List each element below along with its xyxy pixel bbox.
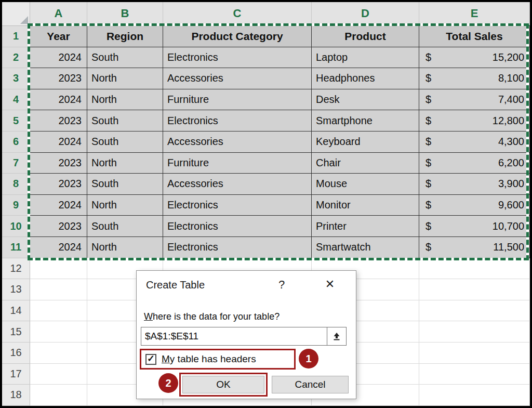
cell-c7[interactable]: Furniture <box>163 153 312 174</box>
cell-b2[interactable]: South <box>87 47 163 69</box>
cell-c4[interactable]: Furniture <box>163 89 312 111</box>
cell-d10[interactable]: Printer <box>312 216 419 237</box>
cell-d5[interactable]: Smartphone <box>312 110 419 131</box>
cell-d9[interactable]: Monitor <box>312 195 419 216</box>
cell-b3[interactable]: North <box>87 68 163 89</box>
cell-c9[interactable]: Electronics <box>163 195 312 216</box>
row-header-2[interactable]: 2 <box>2 47 30 69</box>
cell-b1[interactable]: Region <box>87 26 163 47</box>
cell-b11[interactable]: North <box>87 237 163 258</box>
column-header-d[interactable]: D <box>312 2 419 26</box>
cell-c2[interactable]: Electronics <box>163 47 312 69</box>
cell-a13[interactable] <box>30 279 87 300</box>
cell-e1[interactable]: Total Sales <box>419 26 530 47</box>
cell-a9[interactable]: 2024 <box>30 195 87 216</box>
cell-c10[interactable]: Electronics <box>163 216 312 237</box>
range-picker-button[interactable] <box>327 327 347 346</box>
column-header-b[interactable]: B <box>87 2 163 26</box>
cell-a1[interactable]: Year <box>30 26 87 47</box>
cell-e10[interactable]: $10,700 <box>419 216 530 237</box>
cell-d6[interactable]: Keyboard <box>312 131 419 153</box>
cell-a4[interactable]: 2024 <box>30 89 87 111</box>
row-header-13[interactable]: 13 <box>2 279 30 300</box>
help-icon[interactable]: ? <box>274 277 289 293</box>
cell-e18[interactable] <box>419 385 530 406</box>
cell-a14[interactable] <box>30 300 87 322</box>
cell-e16[interactable] <box>419 343 530 364</box>
cell-e14[interactable] <box>419 300 530 322</box>
cell-c8[interactable]: Accessories <box>163 174 312 195</box>
cell-e6[interactable]: $4,300 <box>419 131 530 153</box>
cell-e2[interactable]: $15,200 <box>419 47 530 69</box>
column-header-a[interactable]: A <box>30 2 87 26</box>
row-header-8[interactable]: 8 <box>2 174 30 195</box>
cell-c1[interactable]: Product Category <box>163 26 312 47</box>
cell-e12[interactable] <box>419 258 530 280</box>
cell-e7[interactable]: $6,200 <box>419 153 530 174</box>
cancel-button[interactable]: Cancel <box>272 376 349 393</box>
cell-a3[interactable]: 2023 <box>30 68 87 89</box>
cell-d3[interactable]: Headphones <box>312 68 419 89</box>
cell-c6[interactable]: Accessories <box>163 131 312 153</box>
cell-b7[interactable]: North <box>87 153 163 174</box>
cell-a2[interactable]: 2024 <box>30 47 87 69</box>
cell-a10[interactable]: 2023 <box>30 216 87 237</box>
cell-a15[interactable] <box>30 321 87 343</box>
row-header-1[interactable]: 1 <box>2 26 30 47</box>
cell-c3[interactable]: Accessories <box>163 68 312 89</box>
cell-b6[interactable]: South <box>87 131 163 153</box>
row-header-7[interactable]: 7 <box>2 153 30 174</box>
cell-b5[interactable]: South <box>87 110 163 131</box>
cell-b9[interactable]: North <box>87 195 163 216</box>
cell-b8[interactable]: South <box>87 174 163 195</box>
row-header-12[interactable]: 12 <box>2 258 30 280</box>
cell-a18[interactable] <box>30 385 87 406</box>
row-header-6[interactable]: 6 <box>2 131 30 153</box>
cell-a12[interactable] <box>30 258 87 280</box>
row-header-10[interactable]: 10 <box>2 216 30 237</box>
cell-a7[interactable]: 2023 <box>30 153 87 174</box>
cell-e8[interactable]: $3,900 <box>419 174 530 195</box>
cell-a5[interactable]: 2023 <box>30 110 87 131</box>
headers-checkbox[interactable]: ✓ <box>145 354 156 365</box>
range-input[interactable] <box>141 327 327 346</box>
cell-d7[interactable]: Chair <box>312 153 419 174</box>
cell-d11[interactable]: Smartwatch <box>312 237 419 258</box>
select-all-corner[interactable] <box>2 2 30 26</box>
cell-e11[interactable]: $11,500 <box>419 237 530 258</box>
row-header-17[interactable]: 17 <box>2 364 30 385</box>
cell-e4[interactable]: $7,400 <box>419 89 530 111</box>
cell-b10[interactable]: South <box>87 216 163 237</box>
cell-b4[interactable]: North <box>87 89 163 111</box>
cell-e17[interactable] <box>419 364 530 385</box>
cell-c11[interactable]: Electronics <box>163 237 312 258</box>
row-header-5[interactable]: 5 <box>2 110 30 131</box>
column-header-e[interactable]: E <box>419 2 530 26</box>
cell-e9[interactable]: $9,600 <box>419 195 530 216</box>
cell-e5[interactable]: $12,800 <box>419 110 530 131</box>
cell-a17[interactable] <box>30 364 87 385</box>
cell-d8[interactable]: Mouse <box>312 174 419 195</box>
cell-c5[interactable]: Electronics <box>163 110 312 131</box>
row-header-16[interactable]: 16 <box>2 343 30 364</box>
cell-a6[interactable]: 2024 <box>30 131 87 153</box>
cell-d2[interactable]: Laptop <box>312 47 419 69</box>
row-header-15[interactable]: 15 <box>2 321 30 343</box>
cell-d1[interactable]: Product <box>312 26 419 47</box>
cell-a16[interactable] <box>30 343 87 364</box>
row-header-3[interactable]: 3 <box>2 68 30 89</box>
cell-e13[interactable] <box>419 279 530 300</box>
cell-a8[interactable]: 2023 <box>30 174 87 195</box>
row-header-9[interactable]: 9 <box>2 195 30 216</box>
row-header-18[interactable]: 18 <box>2 385 30 406</box>
row-header-14[interactable]: 14 <box>2 300 30 322</box>
row-header-4[interactable]: 4 <box>2 89 30 111</box>
cell-d4[interactable]: Desk <box>312 89 419 111</box>
cell-a11[interactable]: 2024 <box>30 237 87 258</box>
row-header-11[interactable]: 11 <box>2 237 30 258</box>
cell-e3[interactable]: $8,100 <box>419 68 530 89</box>
column-header-c[interactable]: C <box>163 2 312 26</box>
close-icon[interactable]: ✕ <box>320 276 340 293</box>
cell-e15[interactable] <box>419 321 530 343</box>
ok-button[interactable]: OK <box>182 376 264 393</box>
